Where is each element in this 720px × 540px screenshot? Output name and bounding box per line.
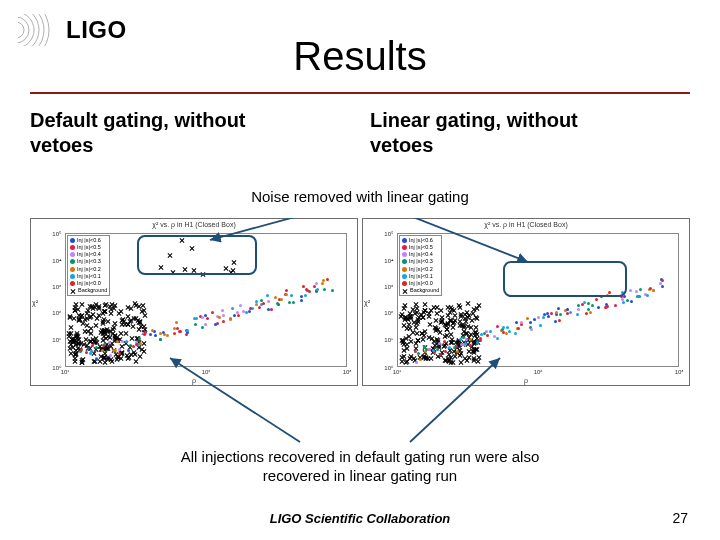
- footer-collab: LIGO Scientific Collaboration: [0, 511, 720, 526]
- ytick: 10³: [52, 284, 61, 290]
- ytick: 10⁴: [52, 256, 61, 263]
- chart-right-yaxis: 10⁰ 10¹ 10² 10³ 10⁴ 10⁵: [363, 233, 395, 367]
- chart-left-title: χ² vs. ρ in H1 (Closed Box): [31, 221, 357, 228]
- right-heading-line1: Linear gating, without: [370, 109, 578, 131]
- callout-box-left: [137, 235, 257, 275]
- chart-right-title: χ² vs. ρ in H1 (Closed Box): [363, 221, 689, 228]
- ytick: 10²: [384, 310, 393, 316]
- ytick: 10⁴: [384, 256, 393, 263]
- right-heading: Linear gating, without vetoes: [350, 108, 690, 158]
- ytick: 10²: [52, 310, 61, 316]
- slide-title: Results: [0, 34, 720, 79]
- chart-right-legend: Inj |s|<0.6Inj |s|<0.5Inj |s|<0.4Inj |s|…: [399, 235, 442, 296]
- charts-row: χ² vs. ρ in H1 (Closed Box) χ² ρ 10⁰ 10¹…: [30, 218, 690, 386]
- note2-line1: All injections recovered in default gati…: [181, 448, 540, 465]
- ytick: 10³: [384, 284, 393, 290]
- chart-right: χ² vs. ρ in H1 (Closed Box) χ² ρ 10⁰ 10¹…: [362, 218, 690, 386]
- annotation-noise-removed: Noise removed with linear gating: [0, 188, 720, 205]
- chart-left: χ² vs. ρ in H1 (Closed Box) χ² ρ 10⁰ 10¹…: [30, 218, 358, 386]
- xtick: 10³: [675, 369, 684, 375]
- column-headings: Default gating, without vetoes Linear ga…: [30, 108, 690, 158]
- xtick: 10¹: [393, 369, 402, 375]
- callout-box-right: [503, 261, 627, 297]
- chart-right-xaxis: 10¹ 10² 10³: [397, 369, 679, 379]
- right-heading-line2: vetoes: [370, 134, 433, 156]
- annotation-injections-recovered: All injections recovered in default gati…: [100, 448, 620, 486]
- chart-left-xaxis: 10¹ 10² 10³: [65, 369, 347, 379]
- title-underline: [30, 92, 690, 94]
- xtick: 10²: [202, 369, 211, 375]
- left-heading: Default gating, without vetoes: [30, 108, 350, 158]
- chart-left-legend: Inj |s|<0.6Inj |s|<0.5Inj |s|<0.4Inj |s|…: [67, 235, 110, 296]
- ytick: 10⁵: [384, 230, 393, 237]
- chart-left-yaxis: 10⁰ 10¹ 10² 10³ 10⁴ 10⁵: [31, 233, 63, 367]
- ytick: 10⁵: [52, 230, 61, 237]
- note2-line2: recovered in linear gating run: [263, 467, 457, 484]
- left-heading-line1: Default gating, without: [30, 109, 246, 131]
- xtick: 10²: [534, 369, 543, 375]
- page-number: 27: [672, 510, 688, 526]
- xtick: 10³: [343, 369, 352, 375]
- left-heading-line2: vetoes: [30, 134, 93, 156]
- ytick: 10¹: [52, 337, 61, 343]
- xtick: 10¹: [61, 369, 70, 375]
- ytick: 10¹: [384, 337, 393, 343]
